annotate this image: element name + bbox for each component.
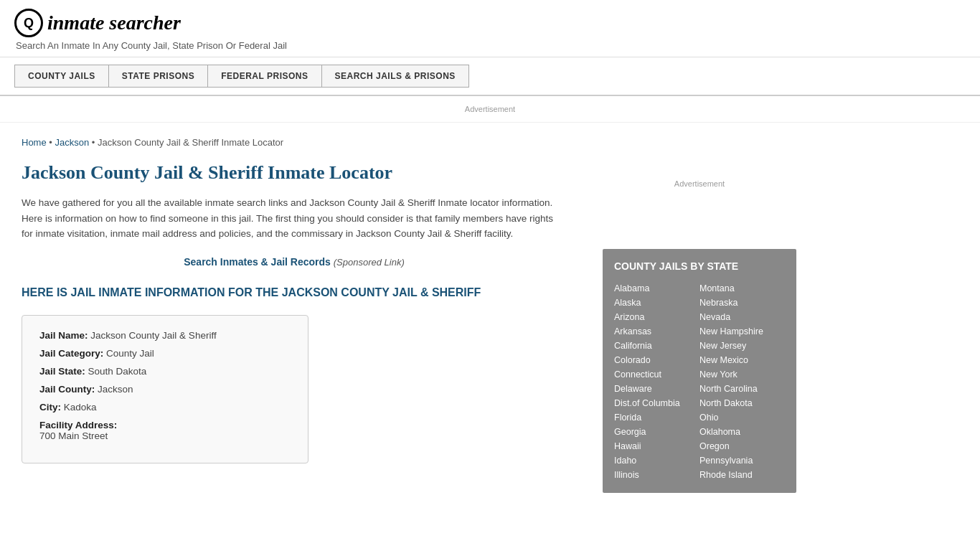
jail-address-value: 700 Main Street: [39, 430, 291, 441]
state-link[interactable]: Nebraska: [699, 296, 785, 309]
jail-city-label: City:: [39, 402, 61, 413]
state-link[interactable]: Illinois: [614, 468, 699, 481]
state-link[interactable]: Nevada: [699, 311, 785, 324]
jail-city-row: City: Kadoka: [39, 402, 291, 413]
sponsored-link[interactable]: Search Inmates & Jail Records: [184, 256, 331, 268]
state-link[interactable]: Connecticut: [614, 368, 699, 381]
jail-address-label: Facility Address:: [39, 420, 117, 430]
state-link[interactable]: Arizona: [614, 311, 699, 324]
breadcrumb: Home • Jackson • Jackson County Jail & S…: [22, 137, 567, 148]
breadcrumb-current: Jackson County Jail & Sheriff Inmate Loc…: [98, 137, 283, 148]
nav: COUNTY JAILS STATE PRISONS FEDERAL PRISO…: [0, 57, 980, 96]
sponsored-label: (Sponsored Link): [334, 257, 405, 268]
breadcrumb-jackson[interactable]: Jackson: [55, 137, 89, 148]
jail-category-row: Jail Category: County Jail: [39, 348, 291, 359]
state-link[interactable]: Pennsylvania: [699, 454, 785, 467]
state-col-left: AlabamaAlaskaArizonaArkansasCaliforniaCo…: [614, 282, 699, 481]
breadcrumb-sep1: •: [47, 137, 55, 148]
logo-icon: Q: [14, 9, 43, 37]
state-link[interactable]: New Jersey: [699, 339, 785, 352]
state-link[interactable]: New Mexico: [699, 354, 785, 367]
state-link[interactable]: North Carolina: [699, 382, 785, 395]
info-box: Jail Name: Jackson County Jail & Sheriff…: [22, 315, 308, 463]
jail-county-row: Jail County: Jackson: [39, 384, 291, 395]
breadcrumb-home[interactable]: Home: [22, 137, 47, 148]
jail-category-label: Jail Category:: [39, 348, 103, 359]
sidebar: Advertisement COUNTY JAILS BY STATE Alab…: [588, 123, 811, 500]
jail-state-row: Jail State: South Dakota: [39, 366, 291, 377]
jail-state-value: South Dakota: [88, 366, 147, 377]
jail-category-value: County Jail: [106, 348, 154, 359]
state-link[interactable]: Delaware: [614, 382, 699, 395]
jail-county-label: Jail County:: [39, 384, 95, 395]
jail-address-row: Facility Address: 700 Main Street: [39, 420, 291, 441]
content: Home • Jackson • Jackson County Jail & S…: [0, 123, 588, 500]
nav-state-prisons[interactable]: STATE PRISONS: [108, 65, 207, 88]
page-title: Jackson County Jail & Sheriff Inmate Loc…: [22, 162, 567, 184]
state-link[interactable]: Alabama: [614, 282, 699, 295]
jail-state-label: Jail State:: [39, 366, 85, 377]
jail-name-row: Jail Name: Jackson County Jail & Sheriff: [39, 330, 291, 341]
jail-city-value: Kadoka: [64, 402, 97, 413]
sponsored-link-container: Search Inmates & Jail Records (Sponsored…: [22, 256, 567, 268]
sidebar-ad: Advertisement: [603, 130, 796, 237]
state-link[interactable]: Colorado: [614, 354, 699, 367]
state-link[interactable]: Oklahoma: [699, 425, 785, 438]
state-col-right: MontanaNebraskaNevadaNew HampshireNew Je…: [699, 282, 785, 481]
state-link[interactable]: California: [614, 339, 699, 352]
nav-federal-prisons[interactable]: FEDERAL PRISONS: [207, 65, 321, 88]
state-link[interactable]: Dist.of Columbia: [614, 397, 699, 410]
tagline: Search An Inmate In Any County Jail, Sta…: [16, 40, 966, 51]
state-link[interactable]: Arkansas: [614, 325, 699, 338]
logo-text: inmate searcher: [47, 11, 181, 34]
state-columns: AlabamaAlaskaArizonaArkansasCaliforniaCo…: [614, 282, 785, 481]
state-link[interactable]: Alaska: [614, 296, 699, 309]
jail-county-value: Jackson: [98, 384, 133, 395]
state-list-title: COUNTY JAILS BY STATE: [614, 260, 785, 272]
jail-name-label: Jail Name:: [39, 330, 88, 341]
breadcrumb-sep2: •: [89, 137, 98, 148]
description: We have gathered for you all the availab…: [22, 195, 567, 242]
state-link[interactable]: North Dakota: [699, 397, 785, 410]
section-header: HERE IS JAIL INMATE INFORMATION FOR THE …: [22, 285, 567, 301]
header: Q inmate searcher Search An Inmate In An…: [0, 0, 980, 57]
state-link[interactable]: New York: [699, 368, 785, 381]
state-link[interactable]: Montana: [699, 282, 785, 295]
logo-area: Q inmate searcher: [14, 9, 966, 37]
state-link[interactable]: Idaho: [614, 454, 699, 467]
nav-search-jails[interactable]: SEARCH JAILS & PRISONS: [321, 65, 469, 88]
state-link[interactable]: Oregon: [699, 440, 785, 453]
state-link[interactable]: Rhode Island: [699, 468, 785, 481]
state-link[interactable]: Florida: [614, 411, 699, 424]
jail-name-value-text: Jackson County Jail & Sheriff: [90, 330, 216, 341]
ad-banner: Advertisement: [0, 96, 980, 123]
nav-county-jails[interactable]: COUNTY JAILS: [14, 65, 108, 88]
state-link[interactable]: Ohio: [699, 411, 785, 424]
state-link[interactable]: Georgia: [614, 425, 699, 438]
main-layout: Home • Jackson • Jackson County Jail & S…: [0, 123, 980, 500]
state-link[interactable]: New Hampshire: [699, 325, 785, 338]
state-link[interactable]: Hawaii: [614, 440, 699, 453]
state-list-box: COUNTY JAILS BY STATE AlabamaAlaskaArizo…: [603, 249, 796, 493]
